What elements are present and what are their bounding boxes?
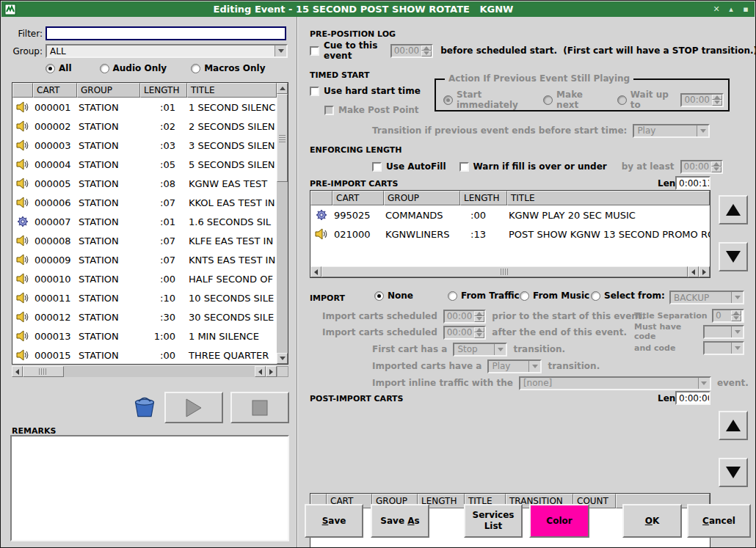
- column-header-group[interactable]: GROUP: [77, 83, 140, 98]
- spin-down-icon[interactable]: [474, 316, 484, 322]
- cart-row[interactable]: 000012STATION:3030 SECONDS SILE: [12, 307, 277, 326]
- column-header-length[interactable]: LENGTH: [460, 191, 507, 205]
- spin-down-icon[interactable]: [421, 51, 432, 56]
- play-button[interactable]: [164, 392, 223, 423]
- color-button[interactable]: Color: [529, 504, 589, 538]
- spin-down-icon[interactable]: [474, 332, 484, 338]
- must-have-code-select[interactable]: [703, 325, 744, 339]
- horizontal-scrollbar[interactable]: [12, 366, 277, 377]
- column-header-length[interactable]: LENGTH: [140, 83, 187, 98]
- by-at-least-spinbox[interactable]: 00:00: [680, 160, 724, 174]
- maximize-icon[interactable]: ▪: [740, 4, 752, 15]
- use-autofill-checkbox[interactable]: [372, 162, 382, 172]
- radio-wait-up-to[interactable]: [617, 95, 627, 105]
- imported-transition-select[interactable]: Play: [487, 359, 542, 373]
- spin-down-icon[interactable]: [711, 167, 722, 172]
- post-import-move-up-button[interactable]: [719, 411, 748, 440]
- scrollbar-track[interactable]: [64, 366, 255, 377]
- radio-import-none[interactable]: [374, 291, 384, 301]
- cart-row[interactable]: 000003STATION:033 SECONDS SILEN: [12, 136, 277, 155]
- spin-down-icon[interactable]: [712, 100, 722, 106]
- column-header-icon[interactable]: [310, 191, 332, 205]
- cart-row[interactable]: 000004STATION:055 SECONDS SILEN: [12, 155, 277, 174]
- cart-row[interactable]: 000009STATION:07KNTS EAS TEST IN: [12, 250, 277, 269]
- column-header-title[interactable]: TITLE: [187, 83, 277, 98]
- select-from-select[interactable]: BACKUP: [669, 291, 744, 304]
- scroll-left-icon[interactable]: [255, 366, 266, 377]
- spin-up-icon[interactable]: [731, 310, 741, 316]
- save-as-button[interactable]: Save As: [371, 504, 429, 538]
- cart-row[interactable]: 000002STATION:022 SECONDS SILEN: [12, 117, 277, 136]
- vertical-scrollbar[interactable]: [277, 83, 288, 364]
- cart-row[interactable]: 000010STATION:00HALF SECOND OF: [12, 269, 277, 288]
- radio-from-traffic[interactable]: [448, 291, 457, 301]
- save-button[interactable]: Save: [305, 504, 363, 538]
- scroll-down-icon[interactable]: [277, 353, 288, 364]
- column-header-cart[interactable]: CART: [33, 83, 77, 98]
- spin-down-icon[interactable]: [731, 315, 741, 321]
- cancel-button[interactable]: Cancel: [687, 504, 751, 538]
- spin-up-icon[interactable]: [474, 327, 484, 333]
- cart-row[interactable]: 000007STATION:011.6 SECONDS SIL: [12, 212, 277, 231]
- scrollbar-thumb[interactable]: [277, 94, 288, 182]
- column-header-group[interactable]: GROUP: [384, 191, 460, 205]
- scroll-right-icon[interactable]: [699, 266, 710, 277]
- cue-time-spinbox[interactable]: 00:00: [390, 44, 434, 58]
- cart-row[interactable]: 000001STATION:011 SECOND SILENC: [12, 98, 277, 117]
- spin-up-icon[interactable]: [712, 95, 722, 101]
- group-select[interactable]: ALL: [46, 44, 288, 58]
- cart-row[interactable]: 021000KGNWLINERS:13POST SHOW KGNW 13 SEC…: [310, 224, 710, 244]
- wait-time-spinbox[interactable]: 00:00: [680, 93, 724, 107]
- column-header-cart[interactable]: CART: [332, 191, 384, 205]
- cart-row[interactable]: 995025COMMANDS:00KGNW PLAY 20 SEC MUSIC: [310, 205, 710, 224]
- close-icon[interactable]: ✕: [710, 4, 722, 15]
- stop-button[interactable]: [230, 392, 289, 423]
- spin-up-icon[interactable]: [711, 161, 722, 167]
- cart-row[interactable]: 000011STATION:1010 SECONDS SILE: [12, 288, 277, 307]
- sched-after-spinbox[interactable]: 00:00: [443, 326, 487, 340]
- and-code-select[interactable]: [703, 341, 744, 355]
- first-cart-transition-select[interactable]: Stop: [453, 343, 507, 357]
- spin-up-icon[interactable]: [474, 311, 484, 317]
- audition-bucket-button[interactable]: [132, 394, 157, 419]
- radio-audio-only[interactable]: [100, 64, 109, 73]
- ok-button[interactable]: OK: [622, 504, 682, 538]
- inline-traffic-select[interactable]: [none]: [519, 376, 711, 390]
- cart-row[interactable]: 000015STATION:00THREE QUARTER: [12, 346, 277, 365]
- cart-row[interactable]: 000013STATION1:001 MIN SILENCE: [12, 326, 277, 346]
- cue-to-event-checkbox[interactable]: [310, 46, 319, 56]
- scrollbar-track[interactable]: [277, 182, 288, 353]
- remarks-textarea[interactable]: [10, 435, 289, 541]
- use-hard-start-checkbox[interactable]: [310, 87, 319, 96]
- radio-from-music[interactable]: [520, 291, 529, 301]
- pre-import-move-down-button[interactable]: [719, 242, 748, 271]
- spin-up-icon[interactable]: [421, 45, 432, 51]
- cart-row[interactable]: 000005STATION:08KGNW EAS TEST: [12, 174, 277, 193]
- cart-row[interactable]: 000008STATION:07KLFE EAS TEST IN: [12, 231, 277, 250]
- scroll-left-icon[interactable]: [310, 266, 321, 277]
- radio-make-next[interactable]: [543, 95, 553, 105]
- scrollbar-thumb[interactable]: [321, 266, 688, 277]
- sched-prior-spinbox[interactable]: 00:00: [443, 310, 487, 324]
- pre-import-move-up-button[interactable]: [719, 195, 748, 224]
- make-post-point-checkbox[interactable]: [324, 106, 334, 115]
- column-header-title[interactable]: TITLE: [507, 191, 710, 205]
- column-header-icon[interactable]: [12, 83, 33, 98]
- filter-input[interactable]: [46, 26, 286, 40]
- cart-row[interactable]: 000006STATION:07KKOL EAS TEST IN: [12, 193, 277, 212]
- shade-icon[interactable]: ▴: [725, 4, 737, 15]
- radio-start-immediately[interactable]: [443, 95, 453, 105]
- radio-all[interactable]: [46, 64, 55, 73]
- scroll-up-icon[interactable]: [277, 83, 288, 94]
- radio-macros-only[interactable]: [191, 64, 200, 73]
- warn-fill-checkbox[interactable]: [459, 162, 469, 172]
- services-list-button[interactable]: Services List: [464, 504, 523, 538]
- scrollbar-thumb[interactable]: [23, 366, 64, 377]
- post-import-move-down-button[interactable]: [719, 458, 748, 487]
- radio-select-from[interactable]: [591, 291, 600, 301]
- horizontal-scrollbar[interactable]: [310, 266, 710, 277]
- scroll-left-icon[interactable]: [12, 366, 23, 377]
- scroll-left-icon[interactable]: [688, 266, 699, 277]
- title-separation-spinbox[interactable]: 0: [712, 309, 744, 323]
- transition-select[interactable]: Play: [633, 124, 710, 138]
